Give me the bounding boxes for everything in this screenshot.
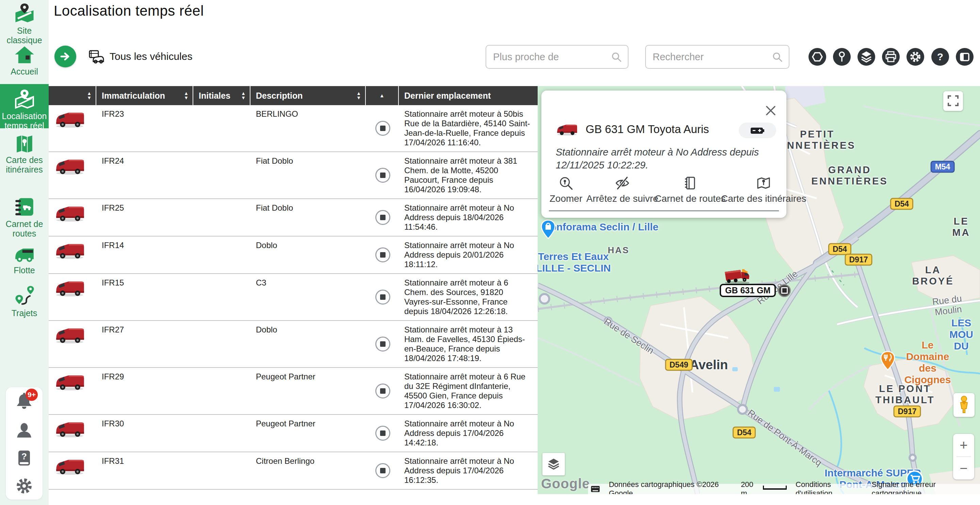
table-row[interactable]: IFR29 Peugeot Partner Stationnaire arrêt…	[49, 368, 538, 415]
red-van-icon	[54, 456, 86, 476]
vehicle-marker-truck-icon[interactable]	[724, 269, 751, 285]
initiales-cell	[193, 415, 250, 452]
battery-button[interactable]	[739, 123, 776, 138]
status-cell	[366, 368, 399, 414]
last-location-cell: Stationnaire arrêt moteur à No Address d…	[399, 452, 538, 489]
layers-icon	[858, 48, 875, 66]
vehicle-image-cell	[49, 105, 96, 151]
nearest-input[interactable]	[493, 46, 599, 68]
fullscreen-icon	[947, 95, 959, 107]
help-map-button[interactable]: ?	[931, 48, 949, 66]
restaurant-pin-icon[interactable]	[880, 351, 896, 371]
sidebar-item-carnet-de-routes[interactable]: Carnet de routes	[0, 197, 49, 238]
report-error-link[interactable]: Signaler une erreur cartographique	[872, 480, 977, 494]
sort-ascending-icon[interactable]: ▲	[379, 86, 385, 105]
column-header-description[interactable]: Description▲▼	[250, 86, 366, 105]
stopped-status-icon	[375, 336, 390, 352]
classic-site-map-pin-icon	[14, 3, 35, 24]
settings-button[interactable]	[6, 476, 43, 497]
notifications-button[interactable]: 9+	[6, 392, 43, 414]
layers-button[interactable]	[858, 48, 875, 66]
sidebar-item-flotte[interactable]: Flotte	[0, 245, 49, 275]
table-row[interactable]: IFR31 Citroen Berlingo Stationnaire arrê…	[49, 452, 538, 490]
table-row[interactable]: IFR23 BERLINGO Stationnaire arrêt moteur…	[49, 105, 538, 152]
immatriculation-cell: IFR15	[96, 274, 193, 320]
print-button[interactable]	[882, 48, 900, 66]
vehicle-marker-label[interactable]: GB 631 GM	[720, 284, 791, 297]
settings-map-button[interactable]	[907, 48, 924, 66]
map-layers-button[interactable]	[542, 453, 565, 475]
vehicle-image-cell	[49, 368, 96, 414]
stopped-status-icon	[375, 426, 390, 441]
table-row[interactable]: IFR15 C3 Stationnaire arrêt moteur à 6 C…	[49, 274, 538, 321]
table-row[interactable]: IFR25 Fiat Doblo Stationnaire arrêt mote…	[49, 199, 538, 236]
table-row[interactable]: IFR30 Peugeot Partner Stationnaire arrêt…	[49, 415, 538, 452]
sidebar-item-trajets[interactable]: Trajets	[0, 285, 49, 318]
terms-link[interactable]: Conditions d'utilisation	[795, 480, 862, 494]
vehicle-table: ▲▼ Immatriculation▲▼ Initiales▲▼ Descrip…	[49, 86, 538, 494]
zoom-out-button[interactable]: −	[953, 457, 974, 480]
description-cell: Peugeot Partner	[250, 368, 366, 414]
last-location-cell: Stationnaire arrêt moteur à 13 Ham. de F…	[399, 321, 538, 367]
sidebar-item-site-classique[interactable]: Site classique	[0, 3, 49, 45]
immatriculation-cell: IFR27	[96, 321, 193, 367]
user-button[interactable]	[6, 421, 43, 442]
sort-icons[interactable]: ▲▼	[87, 86, 92, 105]
sort-icons[interactable]: ▲▼	[184, 86, 189, 105]
collapse-panel-button[interactable]	[54, 46, 76, 67]
geofence-button[interactable]	[808, 48, 826, 66]
popup-header: GB 631 GM Toyota Auris	[556, 122, 709, 137]
geofence-icon	[808, 48, 826, 66]
zoom-to-vehicle-button[interactable]: Zoomer	[550, 175, 582, 204]
sidebar-item-localisation-temps-reel[interactable]: Localisation temps réel	[0, 84, 49, 128]
initiales-cell	[193, 321, 250, 367]
columns-button[interactable]	[956, 48, 974, 66]
stop-following-button[interactable]: Arrêtez de suivre	[586, 175, 659, 204]
zoom-in-button[interactable]: +	[953, 434, 974, 456]
help-button[interactable]: ?	[6, 449, 43, 470]
sidebar-item-accueil[interactable]: Accueil	[0, 45, 49, 76]
immatriculation-cell: IFR23	[96, 105, 193, 151]
column-header-immatriculation[interactable]: Immatriculation▲▼	[96, 86, 193, 105]
vehicle-filter-chip[interactable]: Tous les véhicules	[89, 48, 192, 65]
keyboard-icon[interactable]	[591, 485, 600, 493]
route-map-button[interactable]: Carte des itinéraires	[721, 175, 807, 204]
popup-close-button[interactable]	[764, 104, 778, 118]
initiales-cell	[193, 199, 250, 236]
marker-button[interactable]	[833, 48, 851, 66]
initiales-cell	[193, 105, 250, 151]
fullscreen-button[interactable]	[943, 91, 963, 111]
column-header-dernier-emplacement[interactable]: Dernier emplacement	[399, 86, 538, 105]
column-header-initiales[interactable]: Initiales▲▼	[193, 86, 250, 105]
shopping-pin-icon[interactable]	[540, 220, 556, 239]
sidebar-item-carte-des-itineraires[interactable]: Carte des itinéraires	[0, 134, 49, 174]
battery-icon	[750, 125, 765, 135]
notification-count-badge: 9+	[25, 389, 38, 401]
sort-icons[interactable]: ▲▼	[241, 86, 246, 105]
column-header-status[interactable]: ▲	[366, 86, 399, 105]
user-icon	[15, 421, 33, 440]
svg-text:?: ?	[21, 451, 27, 462]
table-row[interactable]: IFR24 Fiat Doblo Stationnaire arrêt mote…	[49, 152, 538, 199]
trips-icon	[14, 285, 35, 306]
table-row[interactable]: IFR14 Doblo Stationnaire arrêt moteur à …	[49, 236, 538, 274]
table-row[interactable]: IFR27 Doblo Stationnaire arrêt moteur à …	[49, 321, 538, 368]
search-input[interactable]	[653, 46, 760, 68]
column-header-vehicle[interactable]: ▲▼	[49, 86, 96, 105]
stopped-status-icon	[375, 463, 390, 478]
red-van-icon	[54, 325, 86, 345]
stopped-status-icon	[778, 284, 791, 297]
popup-divider	[549, 210, 779, 211]
vehicle-popup: GB 631 GM Toyota Auris Stationnaire arrê…	[541, 91, 786, 218]
pegman-button[interactable]	[953, 393, 975, 417]
stopped-status-icon	[375, 384, 390, 398]
sidebar-item-label: Accueil	[0, 67, 49, 76]
logbook-button[interactable]: Carnet de routes	[655, 175, 726, 204]
initiales-cell	[193, 236, 250, 273]
vehicle-filter-label: Tous les véhicules	[110, 51, 192, 62]
sort-icons[interactable]: ▲▼	[356, 86, 361, 105]
vehicles-icon	[89, 49, 105, 64]
page-title: Localisation temps réel	[54, 3, 204, 19]
map-canvas[interactable]: PETIT ENNETIÈRESGRAND ENNETIÈRESLE MALA …	[538, 86, 980, 494]
description-cell: Fiat Doblo	[250, 152, 366, 198]
